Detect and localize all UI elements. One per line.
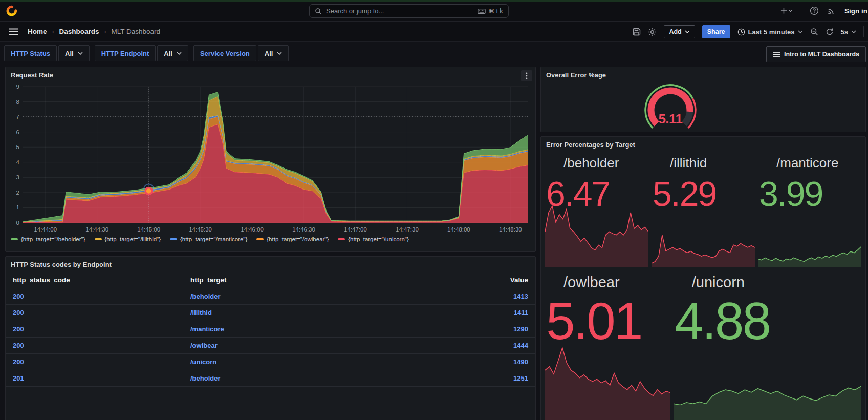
cell-status-code[interactable]: 200 xyxy=(6,305,183,321)
svg-text:7: 7 xyxy=(16,114,19,120)
search-input[interactable] xyxy=(326,7,473,15)
cell-status-code[interactable]: 200 xyxy=(6,288,183,304)
chevron-down-icon xyxy=(277,52,282,55)
time-range-picker[interactable]: Last 5 minutes xyxy=(737,28,803,36)
toolbar-divider xyxy=(863,26,864,37)
stat-sparkline xyxy=(652,230,755,267)
panel-title-error-percentages[interactable]: Error Percentages by Target xyxy=(541,137,865,149)
table-row: 200 /illithid 1411 xyxy=(6,305,535,321)
cell-http-target[interactable]: /beholder xyxy=(183,370,362,386)
nav-divider xyxy=(801,6,801,16)
dashboard-settings-icon[interactable] xyxy=(648,28,657,36)
filter-value-text: All xyxy=(164,50,172,57)
svg-text:0: 0 xyxy=(16,220,19,226)
add-panel-button[interactable]: Add xyxy=(664,25,695,38)
svg-text:9: 9 xyxy=(16,83,19,90)
legend-item-manticore[interactable]: {http_target="/manticore"} xyxy=(170,236,247,242)
filter-label-service-version[interactable]: Service Version xyxy=(193,45,256,61)
panel-title-overall-error[interactable]: Overall Error %age xyxy=(541,67,865,79)
stat-value: 4.88 xyxy=(675,295,861,347)
cell-http-target[interactable]: /illithid xyxy=(183,305,362,321)
request-rate-chart[interactable]: 012345678914:44:0014:44:3014:45:0014:45:… xyxy=(8,83,531,237)
breadcrumb-dashboards[interactable]: Dashboards xyxy=(59,28,99,35)
svg-text:14:47:00: 14:47:00 xyxy=(344,226,367,233)
menu-icon[interactable] xyxy=(9,28,18,35)
gauge-value: 5.11 xyxy=(632,111,709,127)
share-button[interactable]: Share xyxy=(702,25,730,38)
intro-mlt-dashboards-button[interactable]: Intro to MLT Dashboards xyxy=(766,46,866,62)
svg-text:14:48:30: 14:48:30 xyxy=(499,226,522,233)
status-table: http_status_code http_target Value 200 /… xyxy=(6,272,535,387)
cell-http-target[interactable]: /owlbear xyxy=(183,338,362,353)
legend-label: {http_target="/manticore"} xyxy=(180,236,247,242)
cell-status-code[interactable]: 200 xyxy=(6,338,183,353)
cell-value[interactable]: 1413 xyxy=(362,292,535,300)
cell-http-target[interactable]: /manticore xyxy=(183,321,362,337)
svg-text:5: 5 xyxy=(16,144,19,150)
global-search[interactable]: ⌘+k xyxy=(309,4,509,18)
add-new-icon[interactable] xyxy=(780,7,793,15)
legend-item-beholder[interactable]: {http_target="/beholder"} xyxy=(11,236,85,242)
panel-overall-error: Overall Error %age 5.11 xyxy=(540,67,866,132)
stat-beholder: /beholder 6.47 xyxy=(545,152,648,267)
breadcrumb-home[interactable]: Home xyxy=(28,28,47,35)
search-icon xyxy=(315,8,322,15)
intro-button-label: Intro to MLT Dashboards xyxy=(784,51,859,58)
legend-item-unicorn[interactable]: {http_target="/unicorn"} xyxy=(338,236,408,242)
stat-name: /illithid xyxy=(670,155,755,171)
stat-value: 5.01 xyxy=(546,295,670,347)
filter-value-service-version[interactable]: All xyxy=(258,45,289,61)
request-rate-legend: {http_target="/beholder"} {http_target="… xyxy=(11,236,409,242)
legend-item-illithid[interactable]: {http_target="/illithid"} xyxy=(95,236,161,242)
panel-request-rate: Request Rate 012345678914:44:0014:44:301… xyxy=(5,67,536,252)
cell-value[interactable]: 1444 xyxy=(362,342,535,349)
svg-text:6: 6 xyxy=(16,129,19,135)
cell-status-code[interactable]: 200 xyxy=(6,354,183,370)
filter-value-http-status[interactable]: All xyxy=(58,45,90,61)
legend-swatch xyxy=(170,238,177,240)
error-gauge: 5.11 xyxy=(632,81,709,131)
table-row: 200 /beholder 1413 xyxy=(6,288,535,305)
svg-text:14:45:30: 14:45:30 xyxy=(189,226,212,233)
zoom-out-icon[interactable] xyxy=(810,28,818,36)
refresh-icon[interactable] xyxy=(826,28,834,36)
column-header-value[interactable]: Value xyxy=(362,276,535,284)
cell-value[interactable]: 1290 xyxy=(362,325,535,333)
column-header-http-target[interactable]: http_target xyxy=(183,276,362,284)
stat-value: 5.29 xyxy=(653,176,755,211)
filter-value-text: All xyxy=(65,50,74,57)
column-header-http-status-code[interactable]: http_status_code xyxy=(6,276,183,284)
panel-title-http-status-table[interactable]: HTTP Status codes by Endpoint xyxy=(6,257,535,268)
filter-label-http-status[interactable]: HTTP Status xyxy=(4,45,57,61)
stat-name: /owlbear xyxy=(563,274,670,291)
filter-label-http-endpoint[interactable]: HTTP Endpoint xyxy=(95,45,156,61)
refresh-interval-picker[interactable]: 5s xyxy=(841,28,856,36)
table-row: 200 /unicorn 1490 xyxy=(6,354,535,370)
cell-http-target[interactable]: /unicorn xyxy=(183,354,362,370)
legend-label: {http_target="/unicorn"} xyxy=(348,236,408,242)
cell-status-code[interactable]: 201 xyxy=(6,370,183,386)
cell-status-code[interactable]: 200 xyxy=(6,321,183,337)
top-nav: ⌘+k xyxy=(0,0,868,22)
cell-http-target[interactable]: /beholder xyxy=(183,288,362,304)
grafana-logo-icon[interactable] xyxy=(6,5,17,16)
stat-illithid: /illithid 5.29 xyxy=(652,152,755,267)
panel-title-request-rate[interactable]: Request Rate xyxy=(6,67,535,79)
cell-value[interactable]: 1490 xyxy=(362,358,535,366)
list-icon xyxy=(773,52,780,57)
save-dashboard-icon[interactable] xyxy=(633,28,641,36)
chevron-down-icon xyxy=(177,52,182,55)
chevron-down-icon xyxy=(851,30,856,33)
help-icon[interactable] xyxy=(810,6,819,15)
svg-text:14:45:00: 14:45:00 xyxy=(137,226,160,233)
table-header-row: http_status_code http_target Value xyxy=(6,272,535,288)
filter-value-http-endpoint[interactable]: All xyxy=(157,45,188,61)
news-icon[interactable] xyxy=(827,6,836,15)
cell-value[interactable]: 1411 xyxy=(362,309,535,317)
cell-value[interactable]: 1251 xyxy=(362,374,535,382)
add-panel-label: Add xyxy=(669,28,681,35)
panel-menu-icon[interactable] xyxy=(521,70,532,81)
legend-item-owlbear[interactable]: {http_target="/owlbear"} xyxy=(256,236,329,242)
stat-unicorn: /unicorn 4.88 xyxy=(674,271,861,420)
sign-in-button[interactable]: Sign in xyxy=(844,7,868,15)
